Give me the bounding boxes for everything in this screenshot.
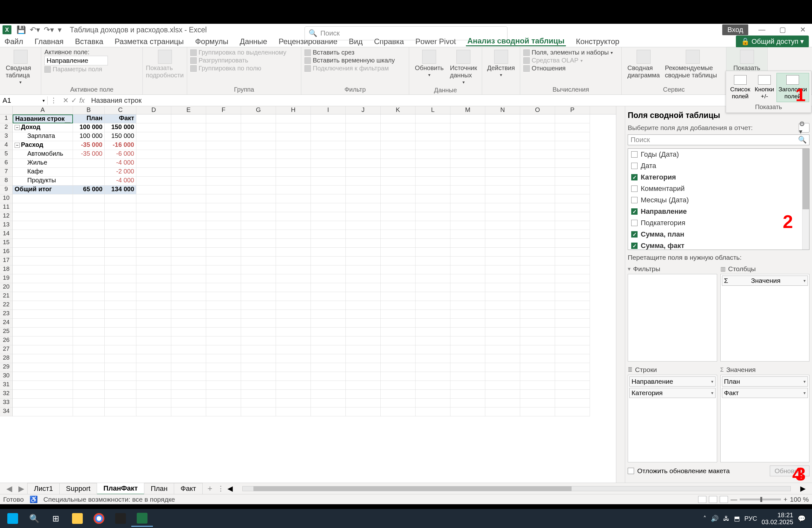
cell[interactable]	[105, 319, 136, 327]
cell[interactable]	[520, 168, 555, 177]
cell[interactable]	[311, 256, 346, 265]
cell[interactable]	[276, 292, 311, 301]
cell[interactable]	[311, 265, 346, 274]
cell[interactable]	[520, 239, 555, 248]
col-header[interactable]: J	[346, 106, 381, 114]
cell[interactable]	[206, 141, 241, 150]
field-list-toggle[interactable]: Список полей	[728, 73, 752, 102]
cell[interactable]	[171, 186, 206, 194]
cell[interactable]	[136, 301, 171, 310]
cell[interactable]	[485, 390, 520, 399]
values-dropzone[interactable]: План▾ Факт▾	[720, 375, 810, 463]
cell[interactable]	[241, 274, 276, 283]
cell[interactable]	[171, 221, 206, 230]
field-search-input[interactable]: Поиск 🔍	[628, 134, 810, 145]
cell[interactable]	[171, 150, 206, 159]
cell[interactable]	[73, 230, 105, 239]
cell[interactable]	[241, 132, 276, 141]
cell[interactable]	[136, 256, 171, 265]
cell[interactable]	[485, 274, 520, 283]
cell[interactable]	[520, 150, 555, 159]
cell[interactable]: 100 000	[73, 132, 105, 141]
cell[interactable]	[311, 301, 346, 310]
cell[interactable]	[416, 336, 450, 345]
cell[interactable]	[241, 115, 276, 123]
cell[interactable]	[311, 212, 346, 221]
cell[interactable]	[171, 336, 206, 345]
cell[interactable]	[555, 239, 590, 248]
cell[interactable]	[416, 399, 450, 408]
cell[interactable]	[171, 283, 206, 292]
zoom-in-icon[interactable]: +	[783, 496, 787, 503]
cell[interactable]	[485, 159, 520, 168]
cell[interactable]	[520, 319, 555, 327]
cell[interactable]	[555, 203, 590, 212]
cell[interactable]	[346, 212, 381, 221]
cell[interactable]	[105, 372, 136, 381]
row-header[interactable]: 33	[0, 399, 13, 408]
cell[interactable]	[381, 408, 416, 416]
cell[interactable]	[520, 372, 555, 381]
clock[interactable]: 18:21 03.02.2025	[762, 512, 793, 526]
cell[interactable]	[450, 221, 485, 230]
cell[interactable]	[311, 168, 346, 177]
add-sheet-button[interactable]: +	[202, 484, 217, 494]
cell[interactable]	[311, 248, 346, 256]
cell[interactable]	[381, 248, 416, 256]
cell[interactable]: Зарплата	[13, 132, 73, 141]
field-item-sum-plan[interactable]: ✓Сумма, план	[628, 229, 809, 240]
cell[interactable]	[241, 203, 276, 212]
cell[interactable]	[276, 319, 311, 327]
cell[interactable]	[136, 230, 171, 239]
taskbar-search-icon[interactable]: 🔍	[24, 510, 45, 527]
row-header[interactable]: 12	[0, 212, 13, 221]
chrome-icon[interactable]	[88, 510, 110, 527]
cell[interactable]	[555, 159, 590, 168]
cell[interactable]	[450, 327, 485, 336]
cell[interactable]	[171, 408, 206, 416]
cell[interactable]	[520, 141, 555, 150]
cell[interactable]	[206, 159, 241, 168]
cell[interactable]	[136, 310, 171, 319]
cell[interactable]	[241, 327, 276, 336]
cell[interactable]	[276, 123, 311, 132]
cell[interactable]	[13, 203, 73, 212]
cell[interactable]	[520, 354, 555, 363]
col-header[interactable]: N	[485, 106, 520, 114]
cell[interactable]	[311, 186, 346, 194]
cell[interactable]	[311, 345, 346, 354]
cell[interactable]	[13, 256, 73, 265]
cell[interactable]	[485, 239, 520, 248]
cell[interactable]	[346, 381, 381, 390]
cell[interactable]	[450, 115, 485, 123]
cell[interactable]	[136, 159, 171, 168]
cell[interactable]: -16 000	[105, 141, 136, 150]
cell[interactable]	[450, 150, 485, 159]
cell[interactable]	[450, 141, 485, 150]
cell[interactable]	[485, 221, 520, 230]
cell[interactable]	[346, 336, 381, 345]
cell[interactable]	[381, 354, 416, 363]
cell[interactable]	[276, 239, 311, 248]
cell[interactable]	[416, 212, 450, 221]
cell[interactable]	[450, 186, 485, 194]
cell[interactable]	[346, 327, 381, 336]
cell[interactable]	[485, 256, 520, 265]
cell[interactable]	[520, 292, 555, 301]
normal-view-icon[interactable]	[698, 496, 706, 503]
cell[interactable]	[311, 115, 346, 123]
columns-dropzone[interactable]: Σ Значения▾	[720, 274, 810, 362]
cell[interactable]	[276, 274, 311, 283]
cell[interactable]	[450, 274, 485, 283]
cell[interactable]	[450, 408, 485, 416]
tab-formulas[interactable]: Формулы	[194, 37, 229, 46]
val-item-fact[interactable]: Факт▾	[722, 388, 808, 398]
cell[interactable]	[346, 141, 381, 150]
row-header[interactable]: 24	[0, 319, 13, 327]
field-list-scrollbar[interactable]	[802, 149, 809, 250]
cell[interactable]	[416, 310, 450, 319]
change-source-button[interactable]: Источник данных ▾	[448, 48, 480, 86]
cell[interactable]	[311, 381, 346, 390]
pivotchart-button[interactable]: Сводная диаграмма	[625, 48, 662, 80]
cell[interactable]	[136, 363, 171, 372]
